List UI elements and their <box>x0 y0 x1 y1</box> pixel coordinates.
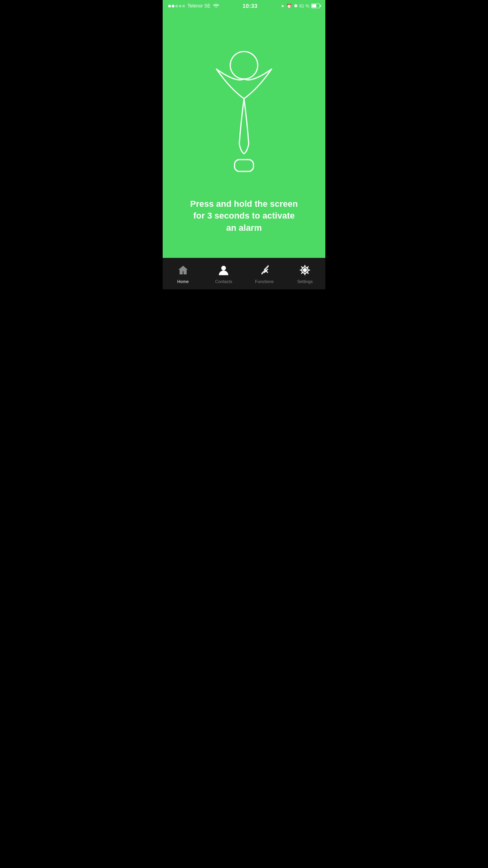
wifi-icon <box>213 3 219 9</box>
signal-dot-3 <box>175 5 178 7</box>
svg-point-7 <box>304 268 306 271</box>
functions-icon <box>259 265 270 277</box>
tab-functions[interactable]: Functions <box>244 261 285 284</box>
bluetooth-icon: ✱ <box>294 4 297 9</box>
main-content[interactable]: Press and hold the screen for 3 seconds … <box>163 11 325 258</box>
logo-container <box>201 19 287 198</box>
tab-bar: Home Contacts Functions <box>163 258 325 289</box>
tab-functions-label: Functions <box>255 279 274 284</box>
svg-point-2 <box>221 266 226 270</box>
status-time: 10:33 <box>242 3 257 9</box>
battery-percent: 61 % <box>299 4 309 8</box>
status-bar: Telenor SE 10:33 ➤ ⏰ ✱ 61 % <box>163 0 325 11</box>
alarm-figure <box>201 44 287 173</box>
settings-icon <box>299 265 310 277</box>
tab-contacts[interactable]: Contacts <box>204 261 244 284</box>
instruction-text[interactable]: Press and hold the screen for 3 seconds … <box>181 198 307 250</box>
battery-container <box>311 4 320 8</box>
svg-rect-1 <box>235 160 253 171</box>
location-icon: ➤ <box>281 4 284 9</box>
signal-dot-4 <box>179 5 182 7</box>
tab-settings-label: Settings <box>297 279 313 284</box>
signal-dot-2 <box>172 5 174 7</box>
battery-fill <box>312 4 316 7</box>
screen: Telenor SE 10:33 ➤ ⏰ ✱ 61 % <box>163 0 325 289</box>
battery-icon <box>311 4 320 8</box>
status-left: Telenor SE <box>168 3 219 9</box>
carrier-label: Telenor SE <box>187 3 211 9</box>
svg-point-0 <box>230 51 258 79</box>
tab-settings[interactable]: Settings <box>285 261 326 284</box>
tab-home[interactable]: Home <box>163 261 204 284</box>
home-icon <box>178 265 189 277</box>
signal-strength <box>168 5 185 7</box>
signal-dot-5 <box>182 5 185 7</box>
alarm-icon: ⏰ <box>286 4 292 9</box>
tab-home-label: Home <box>177 279 189 284</box>
status-right: ➤ ⏰ ✱ 61 % <box>281 4 320 9</box>
signal-dot-1 <box>168 5 171 7</box>
contacts-icon <box>218 265 229 277</box>
tab-contacts-label: Contacts <box>215 279 232 284</box>
